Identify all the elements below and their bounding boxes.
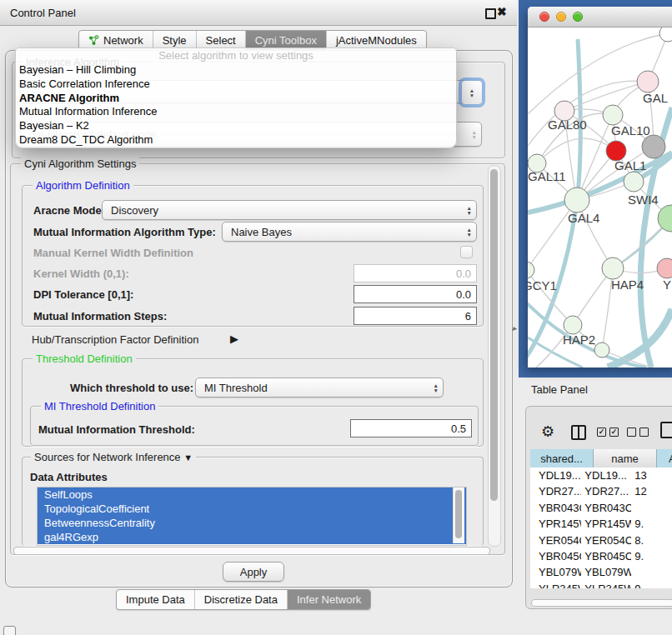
table-cell[interactable]: YDL19...: [530, 468, 581, 483]
attribute-item-betweennesscentrality[interactable]: BetweennessCentrality: [38, 516, 466, 530]
table-row[interactable]: YDR27...YDR27...12: [530, 483, 672, 499]
window-zoom-button[interactable]: [573, 12, 583, 22]
algorithm-option-aracne-algorithm[interactable]: ARACNE Algorithm: [16, 92, 456, 106]
table-column-header-a[interactable]: A: [657, 449, 672, 468]
close-icon[interactable]: ✖: [497, 5, 507, 18]
network-node-gal[interactable]: [637, 71, 659, 92]
algorithm-option-bayesian-k2[interactable]: Bayesian – K2: [16, 119, 456, 133]
which-threshold-combo[interactable]: MI Threshold ▲▼: [195, 378, 444, 398]
settings-vertical-scrollbar[interactable]: [488, 165, 501, 547]
manual-kernel-label: Manual Kernel Width Definition: [33, 247, 193, 259]
aracne-mode-label: Aracne Mode:: [33, 204, 105, 217]
network-canvas[interactable]: GALGAL80GAL10GAL1GAL11SWI4GAL4GCY1HAP4YH…: [528, 28, 672, 368]
table-cell[interactable]: YPR145W: [581, 516, 631, 532]
network-node-gal4[interactable]: [564, 188, 589, 212]
table-cell[interactable]: 9.: [631, 548, 672, 564]
table-cell[interactable]: YDL19...: [581, 468, 631, 483]
table-cell[interactable]: YBL079W: [581, 564, 631, 580]
bottom-tabs: Impute DataDiscretize DataInfer Network: [116, 589, 371, 610]
table-cell[interactable]: [631, 564, 672, 580]
window-close-button[interactable]: [539, 12, 549, 22]
table-cell[interactable]: 12: [631, 483, 672, 499]
tab-discretize-data[interactable]: Discretize Data: [195, 590, 288, 609]
table-cell[interactable]: YBR043C: [581, 500, 631, 516]
table-cell[interactable]: YER054C: [530, 532, 581, 548]
document-icon[interactable]: [660, 422, 672, 438]
table-cell[interactable]: [631, 500, 672, 516]
table-row[interactable]: YDL19...YDL19...13: [530, 468, 672, 483]
table-cell[interactable]: YBR043C: [530, 500, 581, 516]
window-title: Control Panel: [10, 7, 76, 19]
table-column-header-name[interactable]: name: [594, 449, 657, 468]
algorithm-option-basic-correlation-inference[interactable]: Basic Correlation Inference: [16, 78, 456, 92]
mi-type-combo[interactable]: Naive Bayes ▲▼: [222, 222, 477, 242]
dpi-tolerance-input[interactable]: 0.0: [354, 285, 477, 303]
table-cell[interactable]: 13: [631, 468, 672, 483]
attributes-list-scrollbar[interactable]: [453, 488, 464, 543]
corner-widget-icon[interactable]: [3, 626, 16, 635]
network-node-hap4[interactable]: [602, 258, 624, 279]
table-row[interactable]: YBR043CYBR043C: [530, 500, 672, 516]
mi-threshold-input[interactable]: 0.5: [350, 419, 472, 438]
table-cell[interactable]: YLR345W: [530, 581, 581, 588]
node-label: GAL80: [548, 118, 587, 132]
attribute-item-topologicalcoefficient[interactable]: TopologicalCoefficient: [38, 502, 466, 516]
table-row[interactable]: YLR345WYLR345W9.: [530, 581, 672, 588]
network-node-hap2[interactable]: [564, 316, 582, 334]
table-column-header-shared[interactable]: shared...: [530, 449, 594, 468]
aracne-mode-combo[interactable]: Discovery ▲▼: [102, 200, 477, 220]
network-node[interactable]: [594, 342, 609, 358]
table-body[interactable]: YDL19...YDL19...13YDR27...YDR27...12YBR0…: [530, 468, 672, 588]
table-cell[interactable]: YBR045C: [530, 548, 581, 564]
attribute-item-gal4rgexp[interactable]: gal4RGexp: [38, 530, 466, 544]
kernel-width-input: 0.0: [354, 264, 477, 282]
sources-collapse-triangle-icon[interactable]: ▼: [183, 452, 193, 462]
hub-disclosure-triangle-icon[interactable]: ▶: [230, 332, 238, 345]
tab-label: Infer Network: [297, 593, 361, 606]
algorithm-combo-stepper[interactable]: ▲▼: [461, 80, 483, 105]
table-row[interactable]: YBL079WYBL079W: [530, 564, 672, 580]
checkbox-checked-icon[interactable]: ✓: [597, 428, 606, 437]
tab-infer-network[interactable]: Infer Network: [288, 590, 370, 609]
algorithm-option-dream8-dc-tdc-algorithm[interactable]: Dream8 DC_TDC Algorithm: [16, 133, 456, 148]
algorithm-option-bayesian-hill-climbing[interactable]: Bayesian – Hill Climbing: [16, 63, 456, 78]
table-cell[interactable]: YER054C: [581, 532, 631, 548]
table-cell[interactable]: YBR045C: [581, 548, 631, 564]
checkbox-unchecked-icon[interactable]: [627, 428, 636, 437]
manual-kernel-checkbox[interactable]: [460, 246, 473, 258]
table-header[interactable]: shared...nameA: [530, 449, 672, 468]
table-row[interactable]: YBR045CYBR045C9.: [530, 548, 672, 564]
network-node-gal10[interactable]: [603, 105, 623, 125]
gear-icon[interactable]: ⚙: [541, 422, 554, 441]
settings-horizontal-scrollbar[interactable]: [13, 547, 490, 555]
table-row[interactable]: YER054CYER054C8.: [530, 532, 672, 548]
table-cell[interactable]: YDR27...: [530, 483, 581, 499]
table-horizontal-scrollbar[interactable]: [531, 599, 672, 607]
table-row[interactable]: YPR145WYPR145W9.: [530, 516, 672, 532]
network-window-titlebar[interactable]: [528, 7, 672, 28]
attribute-item-selfloops[interactable]: SelfLoops: [38, 488, 466, 502]
tab-label: Select: [206, 34, 236, 47]
table-cell[interactable]: 8.: [631, 532, 672, 548]
network-node-swi4[interactable]: [624, 172, 644, 192]
node-label: GAL: [643, 91, 668, 105]
checkbox-checked-icon[interactable]: ✓: [609, 428, 619, 437]
columns-icon[interactable]: [571, 425, 586, 440]
table-cell[interactable]: YPR145W: [530, 516, 581, 532]
window-minimize-button[interactable]: [556, 12, 566, 22]
tab-impute-data[interactable]: Impute Data: [117, 590, 195, 609]
mi-steps-input[interactable]: 6: [354, 307, 477, 325]
float-icon[interactable]: [485, 8, 496, 19]
algorithm-option-mutual-information-inference[interactable]: Mutual Information Inference: [16, 105, 456, 119]
apply-button[interactable]: Apply: [223, 562, 284, 582]
table-cell[interactable]: YBL079W: [530, 564, 581, 580]
network-node-gcy1[interactable]: [528, 262, 534, 278]
checkbox-unchecked-icon[interactable]: [639, 428, 649, 437]
table-cell[interactable]: YDR27...: [581, 483, 631, 499]
network-node[interactable]: [642, 135, 665, 158]
network-node-y[interactable]: [657, 258, 672, 278]
table-cell[interactable]: 9.: [631, 581, 672, 588]
network-node[interactable]: [659, 28, 672, 42]
table-cell[interactable]: 9.: [631, 516, 672, 532]
table-cell[interactable]: YLR345W: [581, 581, 631, 588]
